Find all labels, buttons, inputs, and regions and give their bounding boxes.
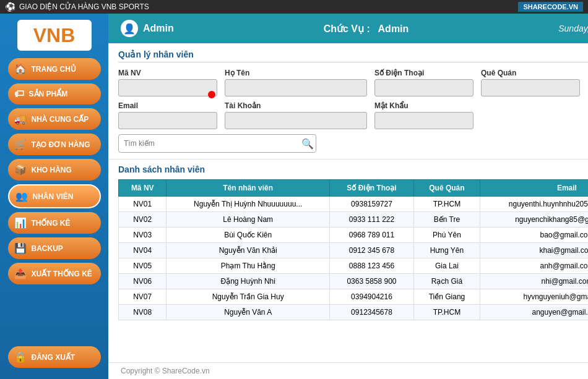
cell-email: hyvnguyeniuh@gmail.com [480, 289, 588, 305]
que-quan-label: Quê Quán [481, 69, 580, 77]
table-row[interactable]: NV08 Nguyễn Văn A 0912345678 TP.HCM angu… [119, 305, 589, 320]
sidebar-logo: VNB [17, 20, 92, 51]
table-row[interactable]: NV04 Nguyễn Văn Khải 0912 345 678 Hưng Y… [119, 243, 589, 258]
footer-copyright: Copyright © ShareCode.vn [121, 367, 210, 375]
cell-que: Phú Yên [414, 228, 480, 243]
form-row-2: Email Tài Khoản Mật Khẩu [118, 101, 588, 129]
employee-table: Mã NV Tên nhân viên Số Điện Thoại Quê Qu… [118, 179, 588, 320]
col-sdt: Số Điện Thoại [329, 180, 413, 197]
cell-ma: NV07 [119, 289, 166, 305]
sidebar-item-tao-don-hang[interactable]: 🛒 TẠO ĐƠN HÀNG [8, 134, 101, 155]
search-button[interactable]: 🔍 [301, 138, 314, 150]
mat-khau-group: Mật Khẩu [374, 101, 473, 129]
sidebar-item-xuat-thong-ke[interactable]: 📤 XUẤT THỐNG KÊ [8, 263, 101, 284]
email-label: Email [118, 101, 217, 110]
sidebar-item-nha-cung-cap[interactable]: 🚚 NHÀ CUNG CẤP [8, 108, 101, 130]
cell-email: bao@gmail.com [480, 228, 588, 243]
cell-ten: Nguyễn Văn Khải [166, 243, 330, 258]
table-row[interactable]: NV03 Bùi Quốc Kiên 0968 789 011 Phú Yên … [119, 228, 589, 243]
cell-email: nguyenchikhang85@gmail.com [480, 212, 588, 228]
header-admin: 👤 Admin [121, 20, 174, 37]
header: 👤 Admin Chức Vụ : Admin Sunday, ngày 16/… [108, 14, 588, 43]
form-area: Quản lý nhân viên Mã NV Họ Tên Số Điện T… [108, 43, 588, 160]
admin-label: Admin [143, 23, 174, 34]
search-wrap: 🔍 [118, 134, 316, 153]
table-row[interactable]: NV02 Lê Hoàng Nam 0933 111 222 Bến Tre n… [119, 212, 589, 228]
cell-sdt: 0968 789 011 [329, 228, 413, 243]
watermark-label: SHARECODE.VN [518, 2, 583, 12]
so-dien-thoai-group: Số Điện Thoại [374, 69, 473, 96]
col-que-quan: Quê Quán [414, 180, 480, 197]
sidebar-item-label: THỐNG KÊ [32, 219, 71, 228]
export-icon: 📤 [14, 268, 27, 279]
search-input[interactable] [118, 134, 316, 153]
cell-sdt: 0912345678 [329, 305, 413, 320]
table-section-title: Danh sách nhân viên [118, 164, 588, 174]
sidebar-item-nhan-vien[interactable]: 👥 NHÂN VIÊN [8, 184, 101, 208]
table-row[interactable]: NV01 Nguyễn Thị Huỳnh Nhuuuuuuu... 09381… [119, 197, 589, 212]
form-row-1: Mã NV Họ Tên Số Điện Thoại Quê Quán [118, 69, 588, 96]
sidebar-item-trang-chu[interactable]: 🏠 TRANG CHỦ [8, 58, 101, 80]
cell-sdt: 0394904216 [329, 289, 413, 305]
cell-ten: Bùi Quốc Kiên [166, 228, 330, 243]
col-ma-nv: Mã NV [119, 180, 166, 197]
admin-icon: 👤 [121, 20, 138, 37]
que-quan-input[interactable] [481, 79, 580, 96]
tai-khoan-input[interactable] [225, 112, 367, 129]
ho-ten-group: Họ Tên [225, 69, 367, 96]
title-bar: ⚽ GIAO DIỆN CỬA HÀNG VNB SPORTS SHARECOD… [0, 0, 588, 14]
app-title: GIAO DIỆN CỬA HÀNG VNB SPORTS [19, 2, 149, 11]
sidebar-item-label: XUẤT THỐNG KÊ [32, 270, 92, 278]
logout-label: ĐĂNG XUẤT [32, 353, 76, 362]
table-row[interactable]: NV06 Đặng Huỳnh Nhi 0363 5858 900 Rạch G… [119, 274, 589, 289]
form-section-title: Quản lý nhân viên [118, 49, 588, 62]
tai-khoan-label: Tài Khoản [225, 101, 367, 110]
cell-que: Hưng Yên [414, 243, 480, 258]
cell-que: TP.HCM [414, 197, 480, 212]
cell-que: TP.HCM [414, 305, 480, 320]
sidebar-item-label: TẠO ĐƠN HÀNG [32, 140, 90, 149]
search-row: 🔍 [118, 134, 588, 153]
header-chuc-vu: Chức Vụ : Admin [324, 23, 409, 35]
cell-sdt: 0363 5858 900 [329, 274, 413, 289]
col-ten-nv: Tên nhân viên [166, 180, 330, 197]
cell-que: Tiền Giang [414, 289, 480, 305]
cell-ma: NV08 [119, 305, 166, 320]
so-dien-thoai-input[interactable] [374, 79, 473, 96]
sidebar-item-kho-hang[interactable]: 📦 KHO HÀNG [8, 159, 101, 181]
sidebar-item-san-pham[interactable]: 🏷 SẢN PHẨM [8, 83, 101, 104]
cell-ma: NV02 [119, 212, 166, 228]
sidebar-item-label: TRANG CHỦ [32, 65, 76, 74]
sidebar-item-label: BACKUP [32, 244, 63, 253]
sidebar-item-label: KHO HÀNG [32, 166, 72, 174]
footer: Copyright © ShareCode.vn ShareCode.vn [108, 362, 588, 379]
product-icon: 🏷 [14, 88, 24, 100]
cell-ten: Nguyễn Văn A [166, 305, 330, 320]
table-area: Danh sách nhân viên Mã NV Tên nhân viên … [108, 160, 588, 362]
cell-email: khai@gmail.com [480, 243, 588, 258]
cell-ten: Nguyễn Thị Huỳnh Nhuuuuuuu... [166, 197, 330, 212]
ma-nv-input[interactable] [118, 79, 217, 96]
logout-button[interactable]: 🔒 ĐĂNG XUẤT [8, 346, 101, 368]
sidebar-item-thong-ke[interactable]: 📊 THỐNG KÊ [8, 212, 101, 234]
sidebar-item-backup[interactable]: 💾 BACKUP [8, 237, 101, 259]
sidebar-item-label: SẢN PHẨM [29, 90, 68, 98]
cell-ma: NV05 [119, 258, 166, 274]
warehouse-icon: 📦 [14, 164, 27, 176]
ma-nv-label: Mã NV [118, 69, 217, 77]
ho-ten-input[interactable] [225, 79, 367, 96]
cell-que: Gia Lai [414, 258, 480, 274]
header-date: Sunday, ngày 16/3/2025 [558, 23, 588, 33]
logout-icon: 🔒 [14, 351, 27, 363]
cell-sdt: 0912 345 678 [329, 243, 413, 258]
email-input[interactable] [118, 112, 217, 129]
cell-ten: Lê Hoàng Nam [166, 212, 330, 228]
col-email: Email [480, 180, 588, 197]
stats-icon: 📊 [14, 217, 27, 229]
table-row[interactable]: NV05 Phạm Thu Hằng 0888 123 456 Gia Lai … [119, 258, 589, 274]
chuc-vu-label: Chức Vụ : [324, 23, 370, 34]
home-icon: 🏠 [14, 63, 27, 75]
order-icon: 🛒 [14, 138, 27, 150]
table-row[interactable]: NV07 Nguyễn Trần Gia Huy 0394904216 Tiền… [119, 289, 589, 305]
mat-khau-input[interactable] [374, 112, 473, 129]
